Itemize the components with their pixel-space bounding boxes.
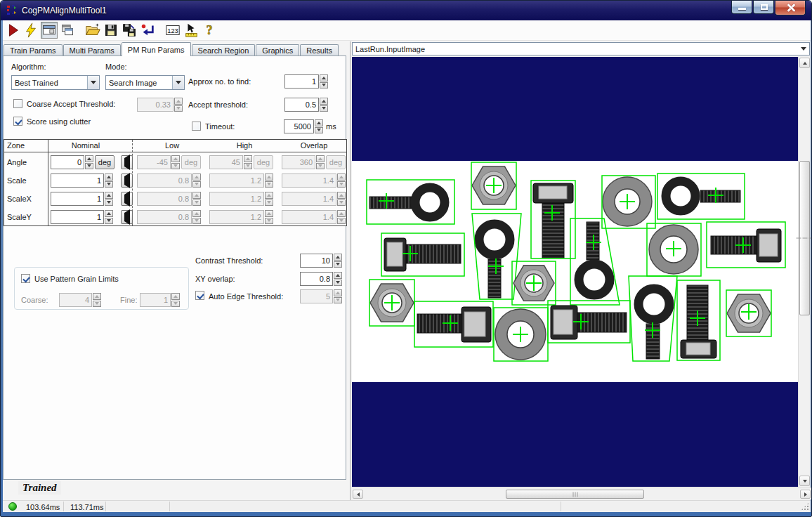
image-pane-icon	[42, 23, 56, 37]
coarse-accept-checkbox[interactable]	[13, 99, 22, 108]
spin-down[interactable]	[320, 82, 328, 89]
resize-grip[interactable]	[801, 502, 809, 511]
approx-spinner[interactable]: 1	[284, 74, 328, 89]
help-button[interactable]: ?	[201, 22, 218, 39]
approx-label: Approx no. to find:	[188, 77, 251, 86]
vertical-scroll-thumb[interactable]	[799, 161, 810, 315]
close-button[interactable]	[775, 1, 806, 15]
save-file-button[interactable]	[103, 22, 119, 39]
tab-strip: Train Params Multi Params PM Run Params …	[4, 42, 339, 56]
reset-button[interactable]	[139, 22, 156, 39]
scale-expand-button[interactable]	[121, 174, 133, 188]
status-led	[8, 502, 17, 511]
timeout-label: Timeout:	[205, 122, 235, 131]
algorithm-label: Algorithm:	[11, 63, 46, 71]
scalex-row-label: ScaleX	[7, 195, 32, 203]
reset-arrow-icon	[140, 22, 155, 38]
scale-row-label: Scale	[7, 176, 27, 185]
accept-threshold-spinner[interactable]: 0.5	[284, 98, 328, 112]
input-image	[352, 57, 798, 487]
lightning-icon	[23, 22, 39, 38]
angle-expand-button[interactable]	[121, 155, 133, 169]
float-pane-icon	[60, 23, 74, 37]
algorithm-select[interactable]: Best Trained	[11, 75, 100, 90]
pointer-ruler-icon	[183, 22, 199, 38]
fine-spinner: 1	[140, 293, 180, 307]
scaley-expand-button[interactable]	[121, 210, 133, 224]
minimize-button[interactable]	[731, 1, 752, 14]
accept-threshold-label: Accept threshold:	[188, 100, 248, 109]
show-datagrid-button[interactable]: 123	[164, 22, 181, 39]
pointer-measure-button[interactable]	[183, 22, 199, 39]
scalex-nominal-spinner[interactable]: 1	[51, 192, 113, 206]
close-icon	[787, 4, 795, 12]
nominal-header: Nominal	[51, 141, 121, 150]
minimize-icon	[738, 8, 746, 10]
xy-overlap-spinner[interactable]: 0.8	[300, 272, 342, 286]
timeout-spinner[interactable]: 5000	[284, 119, 323, 133]
show-image-pane-button[interactable]	[41, 22, 58, 39]
auto-edge-checkbox[interactable]	[195, 291, 204, 300]
input-image-display[interactable]	[352, 57, 798, 487]
window-title: CogPMAlignMultiTool1	[22, 6, 107, 15]
grain-limits-checkbox[interactable]	[21, 274, 30, 283]
mode-dropdown-icon[interactable]	[172, 76, 184, 89]
vertical-scrollbar[interactable]	[798, 57, 811, 487]
save-images-button[interactable]	[121, 22, 138, 39]
run-time: 103.64ms	[26, 503, 60, 511]
tab-multi-params[interactable]: Multi Params	[63, 44, 121, 56]
angle-high-spinner: 45	[209, 155, 252, 169]
tab-graphics[interactable]: Graphics	[256, 44, 299, 56]
horizontal-scroll-thumb[interactable]	[506, 490, 644, 499]
horizontal-scrollbar[interactable]	[352, 487, 811, 499]
run-button[interactable]	[4, 22, 21, 39]
scroll-right-button[interactable]	[800, 490, 811, 499]
clutter-checkbox[interactable]	[13, 117, 22, 126]
scroll-left-button[interactable]	[353, 490, 363, 499]
scroll-up-button[interactable]	[799, 58, 810, 68]
timeout-checkbox[interactable]	[192, 122, 201, 131]
mode-select[interactable]: Search Image	[105, 75, 185, 90]
open-file-button[interactable]	[84, 22, 101, 39]
scale-overlap-spinner: 1.4	[282, 174, 346, 188]
title-bar[interactable]: CogPMAlignMultiTool1	[1, 1, 811, 20]
pm-run-params-page: Algorithm: Mode: Best Trained Search Ima…	[3, 55, 346, 480]
angle-deg-button[interactable]: deg	[95, 155, 114, 169]
fine-label: Fine:	[120, 296, 137, 304]
datagrid-123-icon: 123	[165, 22, 181, 38]
tab-results[interactable]: Results	[300, 44, 339, 56]
angle-high-deg-button: deg	[254, 155, 273, 169]
image-selector-dropdown-icon[interactable]	[797, 43, 809, 55]
run-icon	[5, 22, 20, 38]
open-folder-icon	[85, 22, 100, 38]
coarse-label: Coarse:	[21, 296, 48, 304]
contrast-label: Contrast Threshold:	[195, 256, 263, 265]
clutter-label: Score using clutter	[27, 117, 91, 126]
scalex-expand-button[interactable]	[121, 192, 133, 206]
tab-pm-run-params[interactable]: PM Run Params	[122, 42, 191, 56]
contrast-spinner[interactable]: 10	[300, 254, 342, 268]
scalex-overlap-spinner: 1.4	[282, 192, 346, 206]
tab-search-region[interactable]: Search Region	[192, 44, 256, 56]
float-image-pane-button[interactable]	[59, 22, 76, 39]
angle-nominal-spinner[interactable]: 0	[51, 155, 93, 169]
electric-run-button[interactable]	[22, 22, 39, 39]
algorithm-dropdown-icon[interactable]	[87, 76, 99, 89]
scaley-nominal-spinner[interactable]: 1	[51, 210, 113, 224]
scale-nominal-spinner[interactable]: 1	[51, 174, 113, 188]
scaley-overlap-spinner: 1.4	[282, 210, 346, 224]
scalex-high-spinner: 1.2	[209, 192, 273, 206]
maximize-button[interactable]	[753, 1, 774, 14]
scale-low-spinner: 0.8	[137, 174, 201, 188]
status-bar: 103.64ms 113.71ms	[3, 500, 811, 512]
image-panel: LastRun.InputImage	[350, 41, 811, 509]
mode-value: Search Image	[106, 79, 172, 87]
scaley-row-label: ScaleY	[7, 213, 32, 221]
image-selector[interactable]: LastRun.InputImage	[352, 42, 810, 55]
image-selector-value: LastRun.InputImage	[353, 45, 797, 53]
tab-train-params[interactable]: Train Params	[4, 44, 63, 56]
toolbar: 123 ?	[3, 20, 811, 41]
spin-up[interactable]	[320, 74, 328, 81]
tool-icon	[6, 5, 18, 16]
scroll-down-button[interactable]	[799, 476, 810, 486]
